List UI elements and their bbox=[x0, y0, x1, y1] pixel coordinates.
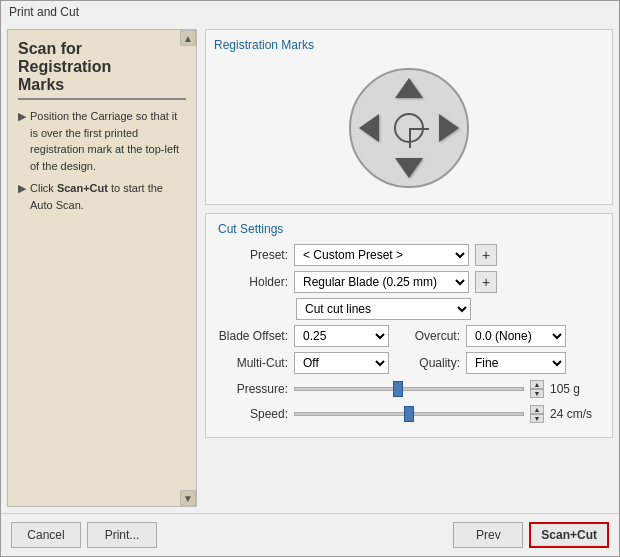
bullet-arrow-2: ▶ bbox=[18, 180, 26, 213]
speed-row: Speed: ▲ ▼ 24 cm/s bbox=[218, 404, 600, 424]
blade-offset-label: Blade Offset: bbox=[218, 329, 288, 343]
blade-offset-select[interactable]: 0.25 bbox=[294, 325, 389, 347]
right-panel: Registration Marks Cut Settings bbox=[205, 29, 613, 507]
scan-cut-button[interactable]: Scan+Cut bbox=[529, 522, 609, 548]
dialog-body: ▲ Scan forRegistrationMarks ▶ Position t… bbox=[1, 23, 619, 513]
holder-label: Holder: bbox=[218, 275, 288, 289]
nav-arrow-up bbox=[395, 78, 423, 98]
instruction-text-2: Click Scan+Cut to start the Auto Scan. bbox=[30, 180, 186, 213]
preset-plus-button[interactable]: + bbox=[475, 244, 497, 266]
multicut-group: Multi-Cut: Off bbox=[218, 352, 389, 374]
multicut-label: Multi-Cut: bbox=[218, 356, 288, 370]
footer-left: Cancel Print... bbox=[11, 522, 157, 548]
print-and-cut-dialog: Print and Cut ▲ Scan forRegistrationMark… bbox=[0, 0, 620, 557]
left-panel-title: Scan forRegistrationMarks bbox=[18, 40, 186, 100]
pressure-value: 105 g bbox=[550, 382, 600, 396]
quality-group: Quality: Fine bbox=[405, 352, 566, 374]
instruction-text-1: Position the Carriage so that it is over… bbox=[30, 108, 186, 174]
blade-overcut-row: Blade Offset: 0.25 Overcut: 0.0 (None) bbox=[218, 325, 600, 347]
scroll-up-button[interactable]: ▲ bbox=[180, 30, 196, 46]
overcut-label: Overcut: bbox=[405, 329, 460, 343]
pressure-spinner: ▲ ▼ bbox=[530, 380, 544, 398]
quality-select[interactable]: Fine bbox=[466, 352, 566, 374]
pressure-spinner-up[interactable]: ▲ bbox=[530, 380, 544, 389]
cancel-button[interactable]: Cancel bbox=[11, 522, 81, 548]
reg-marks-image bbox=[214, 60, 604, 196]
instruction-2: ▶ Click Scan+Cut to start the Auto Scan. bbox=[18, 180, 186, 213]
print-button[interactable]: Print... bbox=[87, 522, 157, 548]
speed-spinner-down[interactable]: ▼ bbox=[530, 414, 544, 423]
speed-slider-thumb[interactable] bbox=[404, 406, 414, 422]
footer-right: Prev Scan+Cut bbox=[453, 522, 609, 548]
pressure-row: Pressure: ▲ ▼ 105 g bbox=[218, 379, 600, 399]
holder-plus-button[interactable]: + bbox=[475, 271, 497, 293]
left-panel: ▲ Scan forRegistrationMarks ▶ Position t… bbox=[7, 29, 197, 507]
navigation-circle bbox=[349, 68, 469, 188]
instruction-1: ▶ Position the Carriage so that it is ov… bbox=[18, 108, 186, 174]
cut-lines-row: Cut cut lines bbox=[218, 298, 600, 320]
cut-lines-select[interactable]: Cut cut lines bbox=[296, 298, 471, 320]
preset-select[interactable]: < Custom Preset > bbox=[294, 244, 469, 266]
speed-value: 24 cm/s bbox=[550, 407, 600, 421]
multicut-select[interactable]: Off bbox=[294, 352, 389, 374]
pressure-spinner-down[interactable]: ▼ bbox=[530, 389, 544, 398]
speed-spinner-up[interactable]: ▲ bbox=[530, 405, 544, 414]
speed-spinner: ▲ ▼ bbox=[530, 405, 544, 423]
quality-label: Quality: bbox=[405, 356, 460, 370]
nav-arrow-left bbox=[359, 114, 379, 142]
scroll-down-button[interactable]: ▼ bbox=[180, 490, 196, 506]
nav-center-crosshair bbox=[394, 113, 424, 143]
blade-offset-group: Blade Offset: 0.25 bbox=[218, 325, 389, 347]
preset-row: Preset: < Custom Preset > + bbox=[218, 244, 600, 266]
reg-marks-title: Registration Marks bbox=[214, 38, 604, 52]
cut-settings-section: Cut Settings Preset: < Custom Preset > +… bbox=[205, 213, 613, 438]
holder-row: Holder: Regular Blade (0.25 mm) + bbox=[218, 271, 600, 293]
speed-slider-container bbox=[294, 404, 524, 424]
nav-arrow-down bbox=[395, 158, 423, 178]
multicut-quality-row: Multi-Cut: Off Quality: Fine bbox=[218, 352, 600, 374]
pressure-slider-thumb[interactable] bbox=[393, 381, 403, 397]
bullet-arrow-1: ▶ bbox=[18, 108, 26, 174]
pressure-slider-track bbox=[294, 387, 524, 391]
pressure-label: Pressure: bbox=[218, 382, 288, 396]
holder-select[interactable]: Regular Blade (0.25 mm) bbox=[294, 271, 469, 293]
prev-button[interactable]: Prev bbox=[453, 522, 523, 548]
nav-arrow-right bbox=[439, 114, 459, 142]
overcut-select[interactable]: 0.0 (None) bbox=[466, 325, 566, 347]
overcut-group: Overcut: 0.0 (None) bbox=[405, 325, 566, 347]
left-panel-instructions: ▶ Position the Carriage so that it is ov… bbox=[18, 108, 186, 213]
pressure-slider-container bbox=[294, 379, 524, 399]
speed-label: Speed: bbox=[218, 407, 288, 421]
preset-label: Preset: bbox=[218, 248, 288, 262]
speed-slider-track bbox=[294, 412, 524, 416]
cut-settings-title: Cut Settings bbox=[218, 222, 600, 236]
dialog-footer: Cancel Print... Prev Scan+Cut bbox=[1, 513, 619, 556]
registration-marks-section: Registration Marks bbox=[205, 29, 613, 205]
dialog-title: Print and Cut bbox=[1, 1, 619, 23]
